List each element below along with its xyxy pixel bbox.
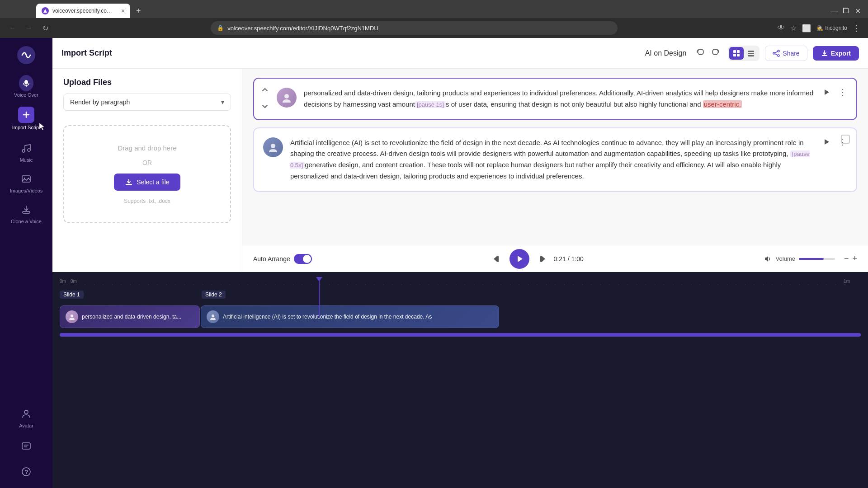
collapse-up-button[interactable]	[260, 85, 269, 96]
undo-button[interactable]	[693, 46, 706, 61]
lock-icon: 🔒	[217, 25, 224, 31]
sidebar-item-imagesvideo[interactable]: Images/Videos	[6, 168, 47, 197]
svg-marker-37	[542, 256, 545, 262]
more-options-1-button[interactable]: ⋮	[836, 86, 849, 99]
script-block-2: Artificial intelligence (AI) is set to r…	[253, 127, 857, 192]
auto-arrange-label: Auto Arrange	[253, 255, 290, 263]
svg-rect-21	[748, 53, 754, 54]
highlight-word-1: user-centric.	[703, 100, 742, 108]
star-icon[interactable]: ☆	[790, 24, 797, 33]
redo-button[interactable]	[710, 46, 722, 61]
script-block-1: personalized and data-driven design, tai…	[253, 78, 857, 120]
upload-dropzone[interactable]: Drag and drop here OR Select a file Supp…	[63, 125, 231, 223]
upload-files-title: Upload Files	[63, 78, 231, 87]
volume-slider[interactable]	[799, 258, 835, 260]
view-toggle	[728, 46, 760, 61]
timeline-clip-1[interactable]: personalized and data-driven design, ta.…	[60, 305, 200, 328]
svg-marker-31	[825, 89, 829, 95]
share-button[interactable]: Share	[765, 46, 807, 61]
url-text: voiceover.speechify.com/editor/XIJlDNq0W…	[227, 25, 611, 32]
volume-label: Volume	[776, 255, 795, 262]
svg-point-6	[28, 149, 30, 151]
svg-point-39	[71, 314, 73, 317]
sidebar-item-avatar[interactable]: Avatar	[6, 403, 47, 432]
avatar-2	[263, 137, 283, 157]
address-bar-area: ← → ↻ 🔒 voiceover.speechify.com/editor/X…	[0, 18, 868, 38]
minimize-button[interactable]: —	[831, 8, 837, 14]
zoom-out-button[interactable]: −	[844, 254, 849, 263]
header-actions: Share Export	[693, 46, 859, 61]
block-text-2: Artificial intelligence (AI) is set to r…	[290, 137, 820, 182]
block-controls-1: ⋮	[820, 86, 849, 99]
timeline-area: 0m 0m 1m	[52, 272, 868, 488]
expand-down-button[interactable]	[260, 102, 269, 113]
toggle-thumb	[303, 255, 311, 263]
app-logo[interactable]	[14, 43, 38, 67]
svg-point-1	[24, 80, 28, 84]
skip-forward-button[interactable]	[537, 254, 547, 264]
svg-marker-34	[494, 256, 497, 262]
clip-1-avatar	[66, 310, 78, 323]
sidebar-bottom: Avatar ?	[6, 403, 47, 483]
pause-tag-1: [pause 1s]	[415, 101, 446, 108]
svg-marker-36	[518, 256, 523, 262]
zoom-in-button[interactable]: +	[852, 254, 857, 263]
clip-1-text: personalized and data-driven design, ta.…	[82, 314, 181, 320]
pause-tag-2: [pause 0.5s]	[290, 150, 810, 169]
left-panel-header: Upload Files Render by paragraph ▾	[52, 69, 242, 118]
skip-back-button[interactable]	[492, 254, 502, 264]
export-button[interactable]: Export	[813, 46, 859, 61]
volume-control: Volume	[764, 255, 835, 263]
plus-icon	[18, 107, 34, 123]
chevron-down-icon: ▾	[221, 99, 224, 106]
sidebar-item-chat[interactable]	[6, 436, 47, 457]
back-button[interactable]: ←	[7, 24, 18, 32]
page-title: Import Script	[61, 48, 112, 58]
forward-button[interactable]: →	[24, 24, 34, 32]
incognito-badge: 🕵 Incognito	[816, 25, 847, 31]
grid-view-button[interactable]	[729, 47, 744, 60]
close-button[interactable]: ✕	[854, 8, 861, 14]
url-bar[interactable]: 🔒 voiceover.speechify.com/editor/XIJlDNq…	[211, 21, 618, 35]
play-block-2-button[interactable]	[820, 136, 833, 148]
maximize-button[interactable]: ⧠	[843, 8, 849, 14]
image-icon	[19, 172, 33, 186]
svg-line-26	[775, 52, 778, 53]
new-tab-button[interactable]: +	[132, 5, 145, 17]
playhead[interactable]	[319, 277, 320, 318]
refresh-button[interactable]: ↻	[40, 24, 51, 33]
svg-rect-35	[497, 256, 499, 262]
clip-2-text: Artificial intelligence (AI) is set to r…	[223, 314, 432, 320]
auto-arrange-toggle[interactable]	[294, 254, 312, 264]
playhead-triangle	[316, 277, 322, 282]
voiceover-label: Voice Over	[14, 92, 38, 98]
sidebar-item-help[interactable]: ?	[6, 461, 47, 483]
timeline-labels-row: Slide 1 Slide 2	[60, 290, 861, 300]
svg-point-32	[271, 144, 275, 148]
select-file-button[interactable]: Select a file	[114, 174, 180, 191]
more-options-2-button[interactable]: ⋮	[836, 136, 849, 148]
close-tab-button[interactable]: ×	[121, 7, 125, 14]
undo-redo-controls	[693, 46, 722, 61]
timeline-clip-2[interactable]: Artificial intelligence (AI) is set to r…	[201, 305, 499, 328]
play-block-1-button[interactable]	[820, 86, 833, 99]
svg-rect-22	[748, 55, 754, 56]
browser-tab[interactable]: voiceover.speechify.com/edit... ×	[36, 4, 130, 18]
render-dropdown[interactable]: Render by paragraph ▾	[63, 94, 231, 111]
play-pause-button[interactable]	[509, 249, 529, 269]
svg-rect-29	[126, 184, 132, 185]
svg-text:?: ?	[25, 469, 28, 475]
sidebar-item-clonevoice[interactable]: Clone a Voice	[6, 199, 47, 228]
timeline-progress-bar[interactable]	[60, 333, 861, 337]
sidebar-item-voiceover[interactable]: Voice Over	[6, 72, 47, 101]
incognito-label: Incognito	[825, 25, 847, 31]
favicon-icon	[42, 7, 49, 14]
list-view-button[interactable]	[744, 47, 758, 60]
volume-fill	[799, 258, 824, 260]
export-label: Export	[831, 50, 851, 57]
clone-icon	[19, 202, 33, 217]
extensions-icon[interactable]: ⬜	[802, 24, 811, 33]
sidebar-item-music[interactable]: Music	[6, 137, 47, 166]
menu-icon[interactable]: ⋮	[853, 23, 861, 33]
top-section: Upload Files Render by paragraph ▾ Drag …	[52, 69, 868, 272]
